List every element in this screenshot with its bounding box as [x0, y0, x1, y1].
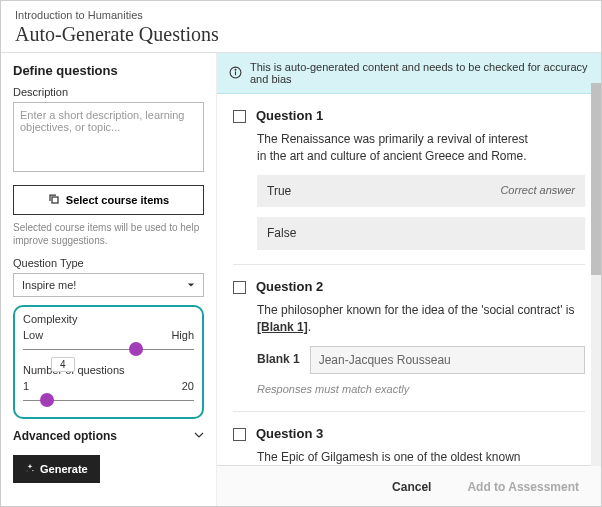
right-panel: This is auto-generated content and needs…	[216, 53, 601, 507]
info-banner-text: This is auto-generated content and needs…	[250, 61, 589, 85]
blank-answer-input[interactable]	[310, 346, 585, 374]
question-checkbox[interactable]	[233, 281, 246, 294]
select-course-items-label: Select course items	[66, 194, 169, 206]
copy-icon	[48, 193, 60, 207]
blank-token: [Blank 1]	[257, 320, 308, 334]
question-type-value: Inspire me!	[22, 279, 76, 291]
svg-point-2	[27, 471, 28, 472]
complexity-high-label: High	[171, 329, 194, 341]
left-panel: Define questions Description Select cour…	[1, 53, 216, 507]
question-checkbox[interactable]	[233, 428, 246, 441]
course-title: Introduction to Humanities	[15, 9, 587, 21]
question-text: The Renaissance was primarily a revival …	[257, 131, 537, 165]
answer-text: False	[267, 225, 296, 242]
answer-row[interactable]: False	[257, 217, 585, 250]
question-block: Question 1 The Renaissance was primarily…	[233, 94, 585, 265]
advanced-options-label: Advanced options	[13, 429, 117, 443]
sparkle-icon	[25, 463, 35, 475]
select-items-hint: Selected course items will be used to he…	[13, 221, 204, 247]
blank-label: Blank 1	[257, 351, 300, 368]
complexity-slider-thumb[interactable]	[129, 342, 143, 356]
scrollbar-thumb[interactable]	[591, 83, 601, 275]
question-block: Question 2 The philosopher known for the…	[233, 265, 585, 412]
correct-answer-tag: Correct answer	[500, 183, 575, 198]
page-title: Auto-Generate Questions	[15, 23, 587, 46]
complexity-value-bubble: 4	[51, 357, 75, 372]
svg-point-5	[235, 69, 236, 70]
sliders-highlight: Complexity Low High 4 Number of question…	[13, 305, 204, 419]
description-label: Description	[13, 86, 204, 98]
description-input[interactable]	[13, 102, 204, 172]
info-icon	[229, 66, 242, 81]
numq-slider[interactable]	[23, 400, 194, 401]
caret-down-icon	[187, 279, 195, 291]
numq-slider-thumb[interactable]	[40, 393, 54, 407]
complexity-label: Complexity	[23, 313, 194, 325]
question-checkbox[interactable]	[233, 110, 246, 123]
question-title: Question 1	[256, 108, 323, 123]
question-title: Question 2	[256, 279, 323, 294]
complexity-slider[interactable]: 4	[23, 349, 194, 350]
select-course-items-button[interactable]: Select course items	[13, 185, 204, 215]
question-text: The Epic of Gilgamesh is one of the olde…	[257, 449, 537, 465]
define-heading: Define questions	[13, 63, 204, 78]
svg-point-1	[32, 470, 33, 471]
generate-button[interactable]: Generate	[13, 455, 100, 483]
info-banner: This is auto-generated content and needs…	[217, 53, 601, 94]
question-type-select[interactable]: Inspire me!	[13, 273, 204, 297]
advanced-options-toggle[interactable]: Advanced options	[13, 429, 204, 443]
numq-label: Number of questions	[23, 364, 194, 376]
complexity-low-label: Low	[23, 329, 43, 341]
match-hint: Responses must match exactly	[257, 382, 585, 397]
answer-row[interactable]: True Correct answer	[257, 175, 585, 208]
answer-text: True	[267, 183, 291, 200]
question-title: Question 3	[256, 426, 323, 441]
cancel-button[interactable]: Cancel	[384, 476, 439, 498]
add-to-assessment-button[interactable]: Add to Assessment	[459, 476, 587, 498]
question-type-label: Question Type	[13, 257, 204, 269]
numq-max-label: 20	[182, 380, 194, 392]
numq-min-label: 1	[23, 380, 29, 392]
chevron-down-icon	[194, 429, 204, 443]
svg-rect-0	[52, 197, 58, 203]
question-block: Question 3 The Epic of Gilgamesh is one …	[233, 412, 585, 465]
generate-label: Generate	[40, 463, 88, 475]
bottom-bar: Cancel Add to Assessment	[217, 465, 601, 507]
question-text: The philosopher known for the idea of th…	[257, 302, 585, 336]
scrollbar[interactable]	[591, 83, 601, 466]
page-header: Introduction to Humanities Auto-Generate…	[1, 1, 601, 53]
questions-list[interactable]: Question 1 The Renaissance was primarily…	[217, 94, 601, 465]
